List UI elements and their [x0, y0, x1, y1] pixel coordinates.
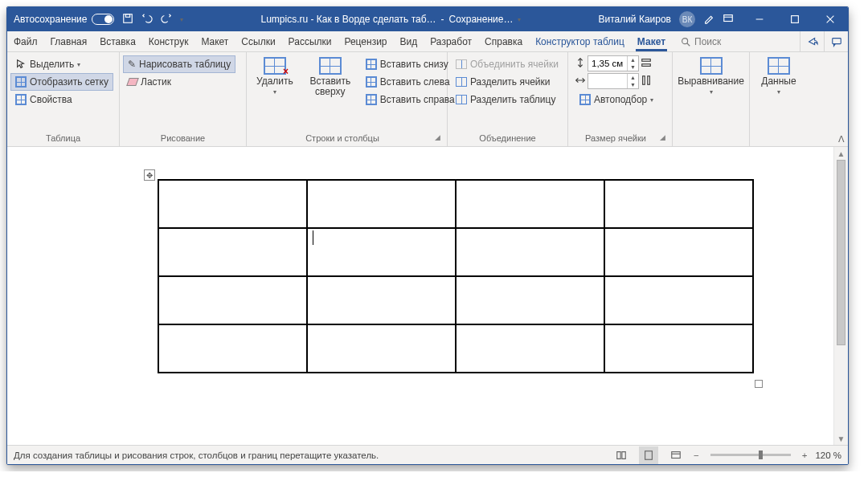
minimize-button[interactable] — [742, 7, 777, 31]
share-button[interactable] — [800, 31, 824, 51]
distribute-cols-icon[interactable] — [641, 75, 652, 88]
tab-design[interactable]: Конструк — [142, 31, 195, 51]
insert-above-button[interactable]: Вставить сверху — [301, 54, 359, 97]
save-icon[interactable] — [122, 13, 133, 26]
group-cell-size-label: Размер ячейки ◢ — [571, 132, 669, 146]
split-table-button[interactable]: Разделить таблицу — [451, 91, 563, 108]
scroll-up-icon[interactable]: ▲ — [837, 147, 845, 160]
view-gridlines-button[interactable]: Отобразить сетку — [10, 73, 113, 91]
avatar[interactable]: ВК — [679, 11, 695, 27]
svg-rect-5 — [792, 16, 799, 23]
ribbon-mode-icon[interactable] — [723, 13, 734, 26]
undo-icon[interactable] — [141, 13, 153, 26]
close-button[interactable] — [813, 7, 848, 31]
tab-review[interactable]: Рецензир — [338, 31, 393, 51]
tab-home[interactable]: Главная — [44, 31, 94, 51]
zoom-in-icon[interactable]: + — [802, 450, 808, 460]
user-name[interactable]: Виталий Каиров — [598, 14, 671, 25]
split-cells-button[interactable]: Разделить ячейки — [451, 73, 563, 91]
table-cell[interactable] — [604, 180, 753, 228]
tab-view[interactable]: Вид — [394, 31, 424, 51]
print-layout-icon[interactable] — [639, 446, 658, 464]
title-dropdown[interactable]: ▾ — [518, 16, 521, 23]
insert-left-button[interactable]: Вставить слева — [361, 73, 460, 91]
insert-below-icon — [366, 59, 377, 70]
autosave-toggle[interactable] — [92, 14, 114, 25]
autosave-label: Автосохранение — [14, 14, 87, 25]
zoom-out-icon[interactable]: − — [694, 450, 699, 460]
alignment-button[interactable]: Выравнивание ▾ — [671, 54, 751, 96]
table-cell[interactable] — [158, 228, 307, 276]
table-cell[interactable] — [158, 180, 307, 228]
autofit-icon — [579, 94, 591, 105]
table-cell[interactable] — [307, 276, 456, 324]
vertical-scrollbar[interactable]: ▲ ▼ — [833, 147, 848, 445]
tab-layout[interactable]: Макет — [194, 31, 235, 51]
table-resize-handle[interactable] — [755, 380, 763, 388]
draw-table-button[interactable]: Нарисовать таблицу — [123, 55, 235, 73]
table-cell[interactable] — [604, 228, 753, 276]
table-cell[interactable] — [158, 276, 307, 324]
delete-button[interactable]: × Удалить ▾ — [250, 54, 300, 96]
table-cell[interactable] — [456, 276, 604, 324]
table-cell[interactable] — [456, 324, 604, 373]
draw-icon[interactable] — [703, 13, 714, 26]
table-row[interactable] — [158, 180, 753, 228]
tab-mailings[interactable]: Рассылки — [282, 31, 338, 51]
table-row[interactable] — [158, 276, 753, 324]
page[interactable]: ✥ — [7, 147, 833, 445]
scroll-track[interactable] — [834, 160, 848, 432]
tab-table-layout[interactable]: Макет — [631, 31, 672, 51]
row-height-icon — [575, 57, 586, 71]
table-cell[interactable] — [307, 324, 456, 373]
table-row[interactable] — [158, 228, 753, 276]
table-cell[interactable] — [604, 276, 753, 324]
zoom-value[interactable]: 120 % — [815, 450, 841, 460]
autofit-button[interactable]: Автоподбор▾ — [575, 91, 658, 108]
redo-icon[interactable] — [161, 13, 172, 26]
zoom-slider[interactable] — [710, 454, 791, 456]
comments-button[interactable] — [824, 31, 848, 51]
scroll-thumb[interactable] — [837, 160, 845, 345]
select-button[interactable]: Выделить▾ — [10, 55, 113, 73]
eraser-button[interactable]: Ластик — [123, 73, 235, 91]
row-height-input[interactable]: ▲▼ — [588, 55, 639, 71]
svg-rect-16 — [648, 75, 650, 84]
table-cell[interactable] — [158, 324, 307, 373]
table-cell[interactable] — [307, 228, 456, 276]
data-button[interactable]: Данные ▾ — [755, 54, 802, 96]
collapse-ribbon-icon[interactable]: ᐱ — [838, 134, 845, 145]
table-move-handle[interactable]: ✥ — [144, 169, 155, 181]
cursor-icon — [15, 59, 27, 70]
svg-rect-1 — [126, 14, 130, 17]
insert-right-button[interactable]: Вставить справа — [361, 91, 460, 108]
table-cell[interactable] — [307, 180, 456, 228]
tab-file[interactable]: Файл — [7, 31, 44, 51]
read-mode-icon[interactable] — [612, 446, 631, 464]
tab-insert[interactable]: Вставка — [93, 31, 142, 51]
ribbon: Выделить▾ Отобразить сетку Свойства Табл… — [7, 52, 848, 147]
merge-cells-button: Объединить ячейки — [451, 55, 563, 73]
table-cell[interactable] — [456, 228, 604, 276]
tab-help[interactable]: Справка — [478, 31, 529, 51]
tab-developer[interactable]: Разработ — [424, 31, 478, 51]
tab-table-design[interactable]: Конструктор таблиц — [529, 31, 631, 51]
group-rows-cols-label: Строки и столбцы ◢ — [250, 132, 444, 146]
web-layout-icon[interactable] — [666, 446, 686, 464]
search-box[interactable]: Поиск — [672, 31, 729, 51]
tab-references[interactable]: Ссылки — [235, 31, 281, 51]
table-cell[interactable] — [456, 180, 604, 228]
maximize-button[interactable] — [777, 7, 813, 31]
eraser-icon — [126, 78, 139, 86]
alignment-icon — [700, 57, 723, 75]
split-cells-icon — [456, 77, 467, 87]
table-row[interactable] — [158, 324, 753, 373]
table-cell[interactable] — [604, 324, 753, 373]
document-table[interactable] — [158, 179, 754, 373]
distribute-rows-icon[interactable] — [641, 57, 652, 71]
scroll-down-icon[interactable]: ▼ — [837, 432, 845, 445]
group-cell-size: ▲▼ ▲▼ Автоподбор▾ Размер ячейки ◢ — [568, 52, 673, 146]
insert-below-button[interactable]: Вставить снизу — [361, 55, 460, 73]
col-width-input[interactable]: ▲▼ — [588, 73, 639, 89]
properties-button[interactable]: Свойства — [10, 91, 113, 108]
